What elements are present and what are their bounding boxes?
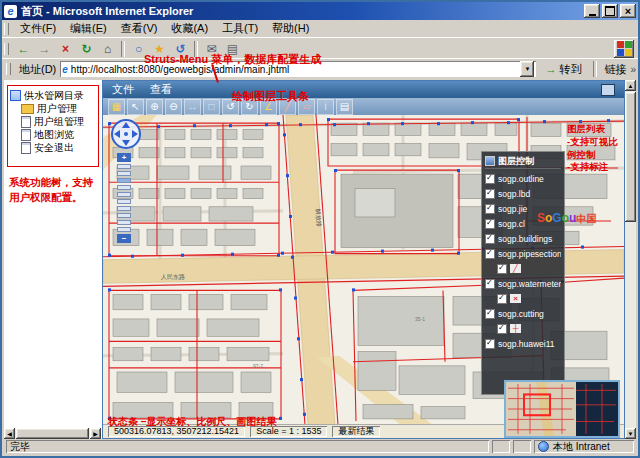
forward-button[interactable]: →	[34, 40, 55, 58]
scroll-down-icon[interactable]: ▼	[625, 428, 636, 439]
tree-item-label: 地图浏览	[34, 128, 74, 142]
menu-help[interactable]: 帮助(H)	[265, 20, 316, 37]
zoom-level[interactable]	[117, 213, 131, 218]
tree-item-user-management[interactable]: 用户管理	[21, 102, 96, 115]
identify-tool-button[interactable]: i	[317, 99, 334, 115]
tree-item-usergroup-management[interactable]: 用户组管理	[21, 115, 96, 128]
zoom-level-current[interactable]	[117, 178, 131, 183]
map-toolbar: ▦ ↖ ⊕ ⊖ ↔ □ ↺ ↻ ∠ ╱ ▱ i ▤	[103, 98, 624, 116]
flag-green	[625, 41, 632, 48]
pan-east-icon[interactable]	[132, 130, 138, 138]
zoom-in-button[interactable]: +	[117, 153, 131, 162]
layer-row[interactable]: sogp.huawei11	[485, 336, 561, 351]
menubar-grip[interactable]	[4, 23, 9, 35]
zoom-out-button[interactable]: −	[117, 234, 131, 243]
links-label[interactable]: 链接	[604, 62, 626, 77]
scroll-right-icon[interactable]: ▶	[90, 428, 101, 439]
home-button[interactable]: ⌂	[97, 40, 118, 58]
addressbar-grip[interactable]	[6, 63, 11, 75]
legend-checkbox[interactable]	[497, 264, 507, 274]
pan-compass-control[interactable]	[111, 119, 141, 149]
close-button[interactable]: ×	[620, 4, 636, 18]
maximize-button[interactable]	[602, 4, 618, 18]
map-canvas[interactable]: 人民东路 解放路 97-2 35-1 +	[103, 115, 624, 425]
layer-checkbox[interactable]	[485, 189, 495, 199]
zoom-out-tool-button[interactable]: ⊖	[165, 99, 182, 115]
tree-item-map-browse[interactable]: 地图浏览	[21, 128, 96, 141]
menu-file[interactable]: 文件(F)	[13, 20, 63, 37]
watermark-letter: G	[552, 211, 561, 225]
pan-center-icon[interactable]	[124, 132, 128, 136]
map-menu-icon[interactable]	[601, 84, 615, 96]
zoom-level[interactable]	[117, 220, 131, 225]
map-menu-view[interactable]: 查看	[150, 82, 172, 97]
menu-view[interactable]: 查看(V)	[114, 20, 165, 37]
tree-root-icon	[10, 90, 21, 101]
layer-checkbox[interactable]	[485, 174, 495, 184]
layer-checkbox[interactable]	[485, 234, 495, 244]
layer-checkbox[interactable]	[485, 309, 495, 319]
title-bar[interactable]: e 首页 - Microsoft Internet Explorer ×	[2, 2, 638, 20]
layer-checkbox[interactable]	[485, 204, 495, 214]
scroll-thumb[interactable]	[16, 428, 89, 439]
layer-row[interactable]: sogp.pipesectionmanager	[485, 246, 561, 261]
refresh-button[interactable]: ↻	[76, 40, 97, 58]
pan-west-icon[interactable]	[114, 130, 120, 138]
layer-row[interactable]: sogp.buildings	[485, 231, 561, 246]
layer-legend-row[interactable]	[497, 321, 561, 336]
menu-edit[interactable]: 编辑(E)	[63, 20, 114, 37]
zoom-in-tool-button[interactable]: ⊕	[146, 99, 163, 115]
scroll-left-icon[interactable]: ◀	[4, 428, 15, 439]
layer-row[interactable]: sogp.outline	[485, 171, 561, 186]
select-tool-button[interactable]: ↖	[127, 99, 144, 115]
legend-checkbox[interactable]	[497, 324, 507, 334]
zoom-level[interactable]	[117, 206, 131, 211]
zoom-level[interactable]	[117, 192, 131, 197]
layer-checkbox[interactable]	[485, 219, 495, 229]
zoom-slider[interactable]: + −	[117, 153, 131, 243]
minimize-button[interactable]	[584, 4, 600, 18]
tree-item-label: 用户管理	[37, 102, 77, 116]
back-button[interactable]: ←	[13, 40, 34, 58]
zoom-level[interactable]	[117, 185, 131, 190]
layer-row[interactable]: sogp.lbd	[485, 186, 561, 201]
layer-row[interactable]: sogp.watermeter	[485, 276, 561, 291]
zoom-level[interactable]	[117, 227, 131, 232]
map-print-icon: ▤	[340, 101, 349, 112]
menu-tools[interactable]: 工具(T)	[215, 20, 265, 37]
status-pane	[513, 440, 531, 453]
address-dropdown-button[interactable]: ▼	[520, 61, 534, 77]
links-chevron-icon[interactable]: »	[630, 64, 636, 75]
layer-label: sogp.jie	[498, 204, 527, 214]
tree-item-logout[interactable]: 安全退出	[21, 141, 96, 154]
pan-tool-button[interactable]: ↔	[184, 99, 201, 115]
layer-row[interactable]: sogp.cutting	[485, 306, 561, 321]
overview-map[interactable]	[504, 380, 620, 438]
sidebar-horizontal-scrollbar[interactable]: ◀ ▶	[4, 428, 101, 439]
pan-north-icon[interactable]	[122, 122, 130, 128]
stop-button[interactable]: ×	[55, 40, 76, 58]
map-menu-file[interactable]: 文件	[112, 82, 134, 97]
layer-legend-row[interactable]	[497, 261, 561, 276]
layers-tool-button[interactable]: ▦	[108, 99, 125, 115]
scroll-up-icon[interactable]: ▲	[625, 80, 636, 91]
toolbar-grip[interactable]	[4, 43, 9, 55]
layer-checkbox[interactable]	[485, 249, 495, 259]
layer-checkbox[interactable]	[485, 339, 495, 349]
layer-legend-row[interactable]	[497, 291, 561, 306]
go-button[interactable]: → 转到	[540, 61, 586, 78]
vertical-scrollbar[interactable]: ▲ ▼	[625, 80, 636, 439]
menu-favorites[interactable]: 收藏(A)	[164, 20, 215, 37]
pan-icon: ↔	[188, 101, 198, 112]
scroll-thumb[interactable]	[625, 92, 636, 222]
map-print-tool-button[interactable]: ▤	[336, 99, 353, 115]
zoom-level[interactable]	[117, 199, 131, 204]
full-extent-tool-button[interactable]: □	[203, 99, 220, 115]
zoom-level[interactable]	[117, 171, 131, 176]
zoom-level[interactable]	[117, 164, 131, 169]
layer-checkbox[interactable]	[485, 279, 495, 289]
legend-checkbox[interactable]	[497, 294, 507, 304]
tree-root-node[interactable]: 供水管网目录	[10, 89, 96, 102]
full-extent-icon: □	[208, 101, 214, 112]
pan-south-icon[interactable]	[122, 140, 130, 146]
